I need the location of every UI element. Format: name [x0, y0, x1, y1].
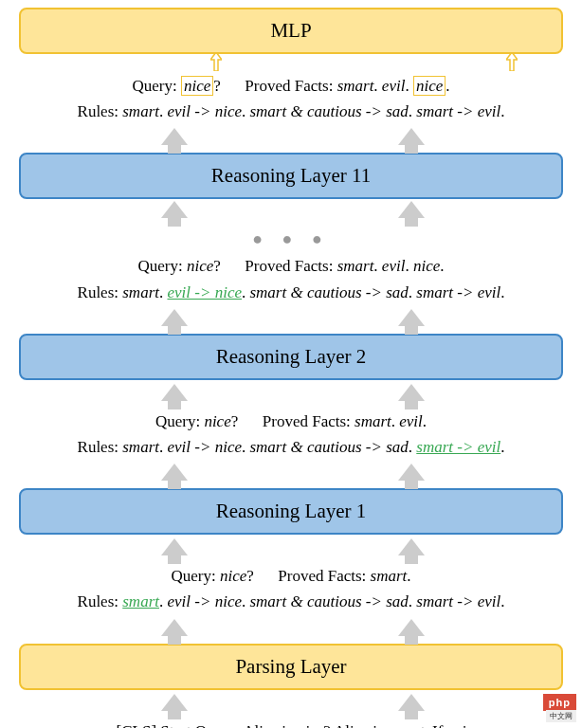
arrow-up-icon: [161, 694, 188, 711]
watermark-badge: php: [543, 694, 576, 711]
pf-nice-boxed: nice: [413, 76, 446, 96]
reasoning-layer-2: Reasoning Layer 2: [19, 334, 563, 380]
watermark-sub: 中文网: [546, 710, 576, 722]
mlp-arrow-right: [506, 54, 518, 69]
reasoning-layer-1: Reasoning Layer 1: [19, 488, 563, 535]
arrow-up-icon: [161, 309, 188, 326]
arrows-to-2: [19, 305, 563, 334]
arrow-up-icon: [398, 464, 425, 481]
arrow-up-icon: [398, 384, 425, 401]
arrows-from-2: [19, 199, 563, 224]
arrows-to-parsing: [19, 615, 563, 644]
arrows-to-1: [19, 460, 563, 488]
state-after-layer-1: Query: nice? Proved Facts: smart. evil. …: [0, 409, 582, 460]
proved-facts-label: Proved Facts:: [245, 77, 336, 95]
arrows-from-1: [19, 380, 563, 409]
arrow-up-icon: [161, 619, 188, 636]
state-after-layer-11: Query: nice? Proved Facts: smart. evil. …: [0, 73, 582, 124]
parsing-layer: Parsing Layer: [19, 644, 563, 690]
arrow-up-icon: [398, 694, 425, 711]
applied-rule-green: smart: [122, 592, 159, 610]
arrow-up-icon: [398, 309, 425, 326]
query-word-boxed: nice: [181, 76, 213, 96]
applied-rule-green: smart -> evil: [416, 438, 500, 456]
arrow-up-icon: [398, 538, 425, 555]
pf-smart: smart: [337, 77, 374, 95]
arrows-from-input: [19, 690, 563, 719]
pf-evil: evil: [382, 77, 406, 95]
state-after-parsing: Query: nice? Proved Facts: smart. Rules:…: [0, 563, 582, 614]
rules-label: Rules:: [78, 102, 123, 120]
query-label: Query:: [133, 77, 181, 95]
mlp-layer: MLP: [19, 8, 563, 54]
applied-rule-green: evil -> nice: [167, 283, 241, 301]
arrow-up-icon: [161, 538, 188, 555]
arrow-up-icon: [161, 201, 188, 218]
arrow-up-icon: [161, 464, 188, 481]
arrows-to-11: [19, 124, 563, 153]
arrow-up-icon: [398, 201, 425, 218]
reasoning-layer-11: Reasoning Layer 11: [19, 153, 563, 199]
arrow-up-icon: [161, 128, 188, 145]
input-sequence: [CLS] Start Query: Alice is nice? Alice …: [0, 719, 582, 729]
mlp-arrow-left: [210, 54, 222, 69]
arrow-up-icon: [398, 128, 425, 145]
state-after-layer-2: Query: nice? Proved Facts: smart. evil. …: [0, 253, 582, 304]
arrows-from-parsing: [19, 535, 563, 563]
arrow-up-icon: [161, 384, 188, 401]
arrow-up-icon: [398, 619, 425, 636]
ellipsis-icon: ● ● ●: [0, 229, 582, 249]
q-mark: ?: [213, 77, 221, 95]
